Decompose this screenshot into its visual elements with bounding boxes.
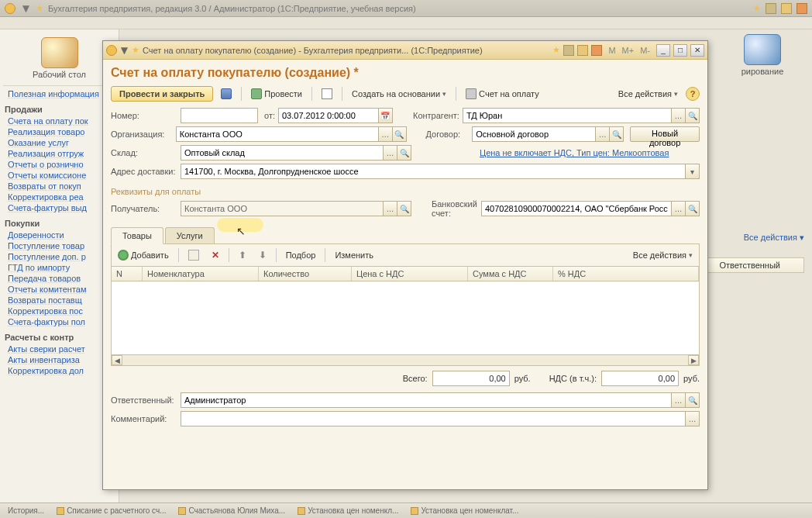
scroll-right-button[interactable]: ▶ — [688, 355, 699, 365]
date-input[interactable] — [278, 108, 379, 123]
lookup-button[interactable]: 🔍 — [397, 201, 411, 216]
tab-services[interactable]: Услуги — [165, 227, 215, 243]
number-input[interactable] — [181, 108, 258, 123]
select-button[interactable]: … — [672, 201, 686, 216]
calendar-button[interactable]: 📅 — [379, 108, 393, 123]
tab-goods[interactable]: Товары — [111, 227, 163, 244]
all-actions-button[interactable]: Все действия — [614, 87, 683, 101]
fav-icon[interactable]: ★ — [552, 45, 560, 55]
col-sum-vat[interactable]: Сумма с НДС — [468, 267, 553, 281]
useful-info-link[interactable]: Полезная информация — [8, 89, 115, 98]
sidebar-item[interactable]: Акты сверки расчет — [8, 344, 115, 354]
sidebar-item[interactable]: Счета на оплату пок — [8, 116, 115, 126]
price-type-link[interactable]: Цена не включает НДС, Тип цен: Мелкоопто… — [480, 148, 669, 157]
sidebar-item[interactable]: Передача товаров — [8, 274, 115, 283]
lookup-button[interactable]: 🔍 — [686, 201, 700, 216]
sidebar-item[interactable]: Корректировка дол — [8, 366, 115, 375]
sidebar-item[interactable]: Поступление доп. р — [8, 252, 115, 261]
sidebar-item[interactable]: Отчеты комитентам — [8, 285, 115, 294]
help-button[interactable]: ? — [686, 87, 700, 101]
add-row-button[interactable]: Добавить — [113, 247, 174, 263]
taskbar-item[interactable]: Установка цен номенкл... — [293, 506, 403, 515]
sidebar-item[interactable]: Корректировка пос — [8, 306, 115, 316]
lookup-button[interactable]: 🔍 — [610, 126, 624, 142]
toolbar-icon[interactable] — [766, 3, 776, 14]
col-qty[interactable]: Количество — [259, 267, 352, 281]
taskbar-item[interactable]: Счастьянова Юлия Миха... — [174, 506, 290, 515]
toolbar-icon[interactable] — [563, 45, 574, 56]
select-button[interactable]: … — [672, 392, 686, 408]
recipient-input[interactable] — [181, 201, 384, 216]
col-n[interactable]: N — [112, 267, 143, 281]
toolbar-icon[interactable] — [781, 3, 792, 14]
lookup-button[interactable]: 🔍 — [686, 392, 700, 408]
sidebar-item[interactable]: Поступление товар — [8, 241, 115, 250]
maximize-button[interactable]: □ — [673, 44, 687, 57]
sidebar-item[interactable]: Акты инвентариза — [8, 355, 115, 364]
close-button[interactable]: ✕ — [690, 44, 704, 57]
sidebar-item[interactable]: Счета-фактуры пол — [8, 317, 115, 326]
sidebar-item[interactable]: Возвраты от покуп — [8, 181, 115, 191]
lookup-button[interactable]: 🔍 — [397, 145, 411, 161]
scroll-left-button[interactable]: ◀ — [112, 355, 122, 365]
select-button[interactable]: … — [384, 201, 397, 216]
desktop-icon[interactable] — [41, 37, 78, 68]
toolbar-icon[interactable] — [797, 3, 807, 14]
sidebar-item[interactable]: Возвраты поставщ — [8, 295, 115, 305]
bank-acc-input[interactable] — [481, 201, 672, 216]
warehouse-input[interactable] — [181, 145, 384, 161]
taskbar-item[interactable]: Установка цен номенклат... — [406, 506, 523, 515]
bg-all-actions[interactable]: Все действия ▾ — [744, 233, 804, 243]
sidebar-item[interactable]: Корректировка реа — [8, 192, 115, 202]
col-nomenclature[interactable]: Номенклатура — [143, 267, 259, 281]
dropdown-icon[interactable]: ⯆ — [120, 46, 129, 55]
post-and-close-button[interactable]: Провести и закрыть — [111, 86, 213, 102]
m-plus-icon[interactable]: M+ — [622, 46, 635, 55]
select-button[interactable]: … — [672, 108, 686, 123]
move-down-button[interactable]: ⬇ — [254, 247, 271, 263]
sidebar-item[interactable]: Оказание услуг — [8, 138, 115, 147]
new-contract-button[interactable]: Новый договор — [630, 126, 700, 142]
sidebar-item[interactable]: Реализация товаро — [8, 127, 115, 136]
select-button[interactable]: … — [379, 126, 393, 142]
doc-button[interactable] — [317, 86, 337, 102]
move-up-button[interactable]: ⬆ — [234, 247, 251, 263]
org-input[interactable] — [176, 126, 379, 142]
dropdown-icon[interactable]: ⯆ — [20, 3, 31, 14]
delete-row-button[interactable]: ✕ — [207, 248, 224, 262]
contract-input[interactable] — [472, 126, 596, 142]
dropdown-button[interactable]: ▾ — [686, 164, 700, 179]
sidebar-item[interactable]: ГТД по импорту — [8, 263, 115, 272]
create-based-button[interactable]: Создать на основании — [347, 87, 451, 101]
sidebar-item[interactable]: Счета-фактуры выд — [8, 203, 115, 212]
delivery-addr-input[interactable] — [181, 164, 686, 179]
sidebar-item[interactable]: Отчеты комиссионе — [8, 171, 115, 180]
grid-all-actions-button[interactable]: Все действия — [628, 248, 697, 262]
select-button[interactable]: … — [384, 145, 397, 161]
sidebar-item[interactable]: Реализация отгруж — [8, 149, 115, 158]
counterparty-input[interactable] — [463, 108, 672, 123]
select-button[interactable]: … — [686, 411, 700, 426]
minimize-button[interactable]: _ — [656, 44, 670, 57]
lookup-button[interactable]: 🔍 — [393, 126, 407, 142]
copy-row-button[interactable] — [184, 247, 204, 263]
select-button[interactable]: … — [596, 126, 610, 142]
col-price-vat[interactable]: Цена с НДС — [352, 267, 468, 281]
star-icon[interactable]: ★ — [36, 3, 43, 13]
toolbar-icon[interactable] — [577, 45, 588, 56]
taskbar-item[interactable]: Списание с расчетного сч... — [52, 506, 170, 515]
print-invoice-button[interactable]: Счет на оплату — [461, 86, 544, 102]
save-button[interactable] — [216, 86, 236, 102]
toolbar-icon[interactable] — [591, 45, 602, 56]
responsible-input[interactable] — [181, 392, 672, 408]
edit-button[interactable]: Изменить — [330, 248, 378, 262]
m-minus-icon[interactable]: M- — [637, 46, 653, 55]
sidebar-item[interactable]: Доверенности — [8, 230, 115, 240]
history-button[interactable]: История... — [3, 506, 49, 515]
comment-input[interactable] — [181, 411, 686, 426]
lookup-button[interactable]: 🔍 — [686, 108, 700, 123]
select-button[interactable]: Подбор — [281, 248, 321, 262]
m-text-icon[interactable]: M — [605, 46, 618, 55]
sidebar-item[interactable]: Отчеты о рознично — [8, 160, 115, 169]
col-vat-pct[interactable]: % НДС — [553, 267, 699, 281]
